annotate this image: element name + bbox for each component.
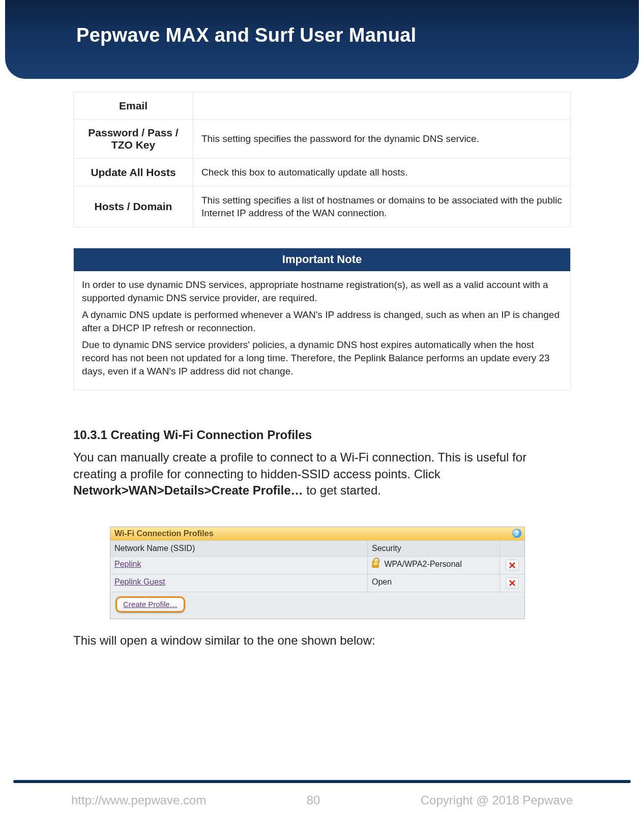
security-text: WPA/WPA2-Personal bbox=[384, 560, 461, 568]
section: 10.3.1 Creating Wi-Fi Connection Profile… bbox=[73, 428, 571, 647]
setting-label: Email bbox=[74, 93, 193, 120]
page-footer: http://www.pepwave.com 80 Copyright @ 20… bbox=[0, 780, 644, 810]
table-row: Update All Hosts Check this box to autom… bbox=[74, 159, 571, 187]
nav-path: Network>WAN>Details>Create Profile… bbox=[73, 483, 303, 497]
setting-desc: This setting specifies a list of hostnam… bbox=[193, 186, 571, 227]
create-profile-button[interactable]: Create Profile… bbox=[115, 596, 185, 613]
close-icon bbox=[509, 580, 516, 587]
ssid-link[interactable]: Peplink Guest bbox=[114, 577, 165, 586]
create-row: Create Profile… bbox=[110, 592, 524, 619]
document-header: Pepwave MAX and Surf User Manual bbox=[5, 0, 639, 79]
section-intro: You can manually create a profile to con… bbox=[73, 449, 571, 499]
setting-label: Update All Hosts bbox=[74, 159, 193, 187]
setting-desc: This setting specifies the password for … bbox=[193, 120, 571, 159]
setting-desc: Check this box to automatically update a… bbox=[193, 159, 571, 187]
wifi-table-header: Network Name (SSID) Security bbox=[110, 540, 524, 557]
table-row: Hosts / Domain This setting specifies a … bbox=[74, 186, 571, 227]
document-title: Pepwave MAX and Surf User Manual bbox=[76, 24, 639, 46]
delete-button[interactable] bbox=[506, 577, 519, 589]
wifi-row: Peplink WPA/WPA2-Personal bbox=[110, 557, 524, 574]
footer-rule bbox=[13, 780, 631, 783]
important-note: Important Note In order to use dynamic D… bbox=[73, 248, 571, 390]
note-title: Important Note bbox=[74, 248, 570, 271]
section-heading: 10.3.1 Creating Wi-Fi Connection Profile… bbox=[73, 428, 571, 442]
section-number: 10.3.1 bbox=[73, 428, 107, 442]
after-ui-text: This will open a window similar to the o… bbox=[73, 633, 571, 648]
col-ssid: Network Name (SSID) bbox=[110, 541, 368, 556]
table-row: Password / Pass / TZO Key This setting s… bbox=[74, 120, 571, 159]
setting-desc bbox=[193, 93, 571, 120]
lock-icon bbox=[372, 561, 379, 568]
col-delete bbox=[500, 541, 524, 556]
note-paragraph: Due to dynamic DNS service providers' po… bbox=[82, 338, 562, 378]
close-icon bbox=[509, 562, 516, 569]
footer-copyright: Copyright @ 2018 Pepwave bbox=[421, 793, 573, 807]
footer-url: http://www.pepwave.com bbox=[71, 793, 206, 807]
security-text: Open bbox=[372, 577, 392, 586]
intro-text: You can manually create a profile to con… bbox=[73, 450, 526, 480]
setting-label: Password / Pass / TZO Key bbox=[74, 120, 193, 159]
table-row: Email bbox=[74, 93, 571, 120]
delete-button[interactable] bbox=[506, 560, 519, 571]
security-cell: WPA/WPA2-Personal bbox=[368, 557, 500, 574]
content-area: Email Password / Pass / TZO Key This set… bbox=[73, 92, 571, 648]
ssid-link[interactable]: Peplink bbox=[114, 560, 141, 568]
note-paragraph: In order to use dynamic DNS services, ap… bbox=[82, 278, 562, 304]
page-number: 80 bbox=[307, 793, 320, 807]
wifi-panel-title: Wi-Fi Connection Profiles bbox=[114, 529, 214, 538]
intro-text-tail: to get started. bbox=[306, 483, 381, 497]
note-body: In order to use dynamic DNS services, ap… bbox=[74, 271, 570, 390]
wifi-row: Peplink Guest Open bbox=[110, 574, 524, 592]
wifi-panel-title-bar: Wi-Fi Connection Profiles ? bbox=[110, 527, 524, 540]
settings-table: Email Password / Pass / TZO Key This set… bbox=[73, 92, 571, 227]
security-cell: Open bbox=[368, 574, 500, 592]
col-security: Security bbox=[368, 541, 500, 556]
wifi-profiles-panel: Wi-Fi Connection Profiles ? Network Name… bbox=[110, 527, 525, 619]
note-paragraph: A dynamic DNS update is performed whenev… bbox=[82, 308, 562, 334]
section-title: Creating Wi-Fi Connection Profiles bbox=[110, 428, 312, 442]
setting-label: Hosts / Domain bbox=[74, 186, 193, 227]
help-icon[interactable]: ? bbox=[512, 529, 521, 538]
wifi-profiles-screenshot: Wi-Fi Connection Profiles ? Network Name… bbox=[110, 527, 525, 619]
